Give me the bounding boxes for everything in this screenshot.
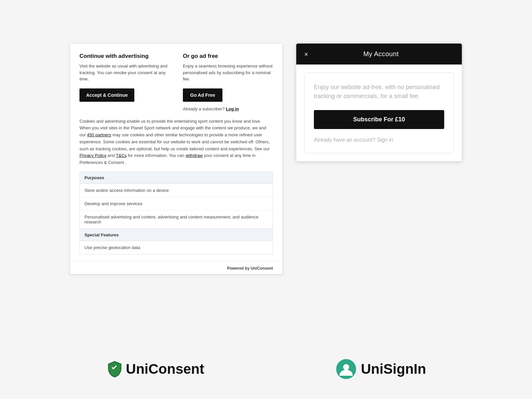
log-in-link[interactable]: Log in [226, 106, 239, 111]
go-ad-free-col: Or go ad free Enjoy a seamless browsing … [183, 53, 273, 111]
special-feature-item-1: Use precise geolocation data [80, 241, 273, 254]
continue-advertising-heading: Continue with advertising [79, 53, 170, 60]
uniconsent-logo: UniConsent [106, 360, 204, 378]
purposes-header: Purposes [80, 172, 273, 184]
go-ad-free-body: Enjoy a seamless browsing experience wit… [183, 63, 273, 82]
privacy-policy-link[interactable]: Privacy Policy [79, 153, 106, 158]
tandc-link[interactable]: T&Cs [116, 153, 127, 158]
continue-advertising-body: Visit the website as usual with advertis… [79, 63, 170, 82]
special-features-header: Special Features [80, 229, 273, 241]
partners-link[interactable]: 450 partners [87, 132, 111, 137]
account-header: × My Account [296, 44, 462, 65]
continue-advertising-col: Continue with advertising Visit the webs… [79, 53, 170, 111]
uniconsent-brand: UniConsent [251, 266, 273, 271]
go-ad-free-button[interactable]: Go Ad Free [183, 88, 222, 102]
consent-panel: Continue with advertising Visit the webs… [70, 43, 283, 274]
already-subscriber-text: Already a subscriber? Log in [183, 106, 273, 111]
shield-icon [106, 360, 123, 378]
subscribe-button[interactable]: Subscribe For £10 [314, 110, 444, 129]
uniconsent-logo-text: UniConsent [126, 361, 204, 377]
unisignin-logo: UniSignIn [336, 359, 426, 379]
withdraw-link[interactable]: withdraw [186, 153, 202, 158]
powered-by: Powered by UniConsent [70, 261, 282, 274]
svg-point-1 [343, 364, 349, 370]
sign-in-link[interactable]: Sign in [377, 137, 393, 143]
avatar-icon [336, 359, 356, 379]
go-ad-free-heading: Or go ad free [183, 53, 273, 60]
account-panel: × My Account Enjoy our website ad-free, … [296, 43, 462, 162]
purpose-item-2: Develop and improve services [80, 197, 273, 210]
purpose-item-3: Personalised advertising and content, ad… [80, 210, 273, 229]
unisignin-logo-text: UniSignIn [361, 361, 426, 377]
close-button[interactable]: × [304, 51, 308, 58]
account-title: My Account [308, 50, 454, 58]
purposes-section: Purposes Store and/or access information… [79, 172, 273, 254]
purpose-item-1: Store and/or access information on a dev… [80, 184, 273, 197]
accept-continue-button[interactable]: Accept & Continue [79, 88, 134, 102]
sign-in-text: Already have an account? Sign in [314, 137, 444, 143]
consent-body-text: Cookies and advertising enable us to pro… [79, 118, 273, 167]
bottom-logos: UniConsent UniSignIn [0, 359, 532, 379]
account-body: Enjoy our website ad-free, with no perso… [296, 65, 462, 161]
account-description: Enjoy our website ad-free, with no perso… [314, 83, 444, 101]
account-card: Enjoy our website ad-free, with no perso… [304, 72, 454, 153]
